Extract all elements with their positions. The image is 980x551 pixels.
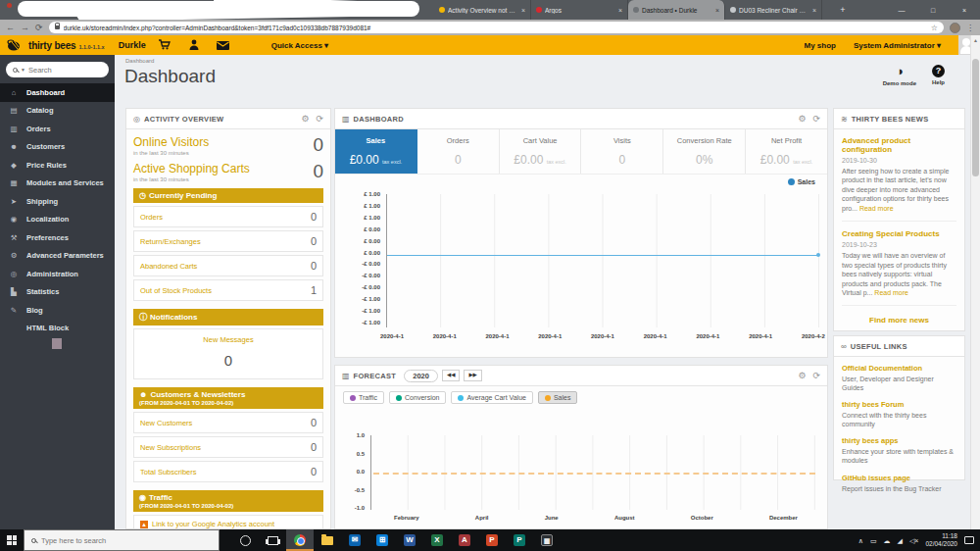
useful-link[interactable]: Official Documentation [842,364,956,373]
browser-tab[interactable]: Dashboard • Durkle × [628,0,725,20]
table-row[interactable]: New Customers 0 [133,412,323,433]
year-selector[interactable]: 2020 [404,370,438,382]
demo-mode-toggle[interactable]: ◑ Demo mode [883,64,916,86]
taskbar-search[interactable] [24,529,220,551]
new-messages-link[interactable]: New Messages [140,335,317,344]
url-text[interactable]: durkle.uk/storeadmin/index.php?controlle… [64,25,927,31]
tab-close-icon[interactable]: × [713,7,719,14]
tab-close-icon[interactable]: × [519,7,525,14]
table-row[interactable]: Abandoned Carts 0 [133,255,323,276]
stat-label[interactable]: Online Visitors [133,135,209,149]
sidebar-item[interactable]: ⌂ Dashboard [0,83,115,102]
action-center-icon[interactable] [964,536,974,544]
sidebar-item[interactable]: ▙ Statistics [0,283,115,302]
browser-profile-avatar[interactable] [950,23,960,33]
browser-tab[interactable]: DU03 Recliner Chair - Black × [725,0,822,20]
scroll-up-icon[interactable]: ▲ [971,37,980,43]
table-row[interactable]: Orders 0 [133,206,323,227]
chevron-down-icon[interactable]: ▼ [21,67,25,73]
sidebar-item[interactable]: ✎ Blog [0,301,115,320]
powerpoint-button[interactable]: P [478,529,506,551]
onedrive-cloud-icon[interactable]: ☁ [884,537,891,544]
sidebar-item[interactable]: ⚙ Advanced Parameters [0,247,115,266]
my-shop-link[interactable]: My shop [804,41,835,50]
taskbar-clock[interactable]: 11:18 02/04/2020 [925,532,957,548]
bookmark-star-icon[interactable]: ☆ [931,24,938,32]
refresh-icon[interactable]: ⟳ [812,114,820,124]
volume-muted-icon[interactable]: ◁× [909,537,918,544]
refresh-icon[interactable]: ⟳ [316,114,323,124]
back-icon[interactable]: ← [6,24,15,32]
legend-toggle-button[interactable]: Sales [538,391,578,404]
read-more-link[interactable]: Read more [874,289,908,296]
gear-icon[interactable]: ⚙ [798,114,806,124]
gear-icon[interactable]: ⚙ [798,371,806,380]
chart-legend[interactable]: Sales [788,178,815,185]
sidebar-item[interactable]: ☻ Customers [0,138,115,157]
useful-link[interactable]: GitHub issues page [842,474,956,482]
next-year-button[interactable]: ▶▶ [464,370,481,381]
word-button[interactable]: W [396,529,423,551]
sidebar-item[interactable]: ◎ Administration [0,265,115,283]
page-scrollbar[interactable]: ▲ [970,35,980,529]
google-analytics-row[interactable]: ▲ Link to your Google Analytics account [133,515,323,529]
legend-toggle-button[interactable]: Conversion [389,391,446,404]
mail-icon[interactable] [213,36,234,54]
row-label[interactable]: Orders [140,213,163,222]
sidebar-item[interactable]: HTML Block [0,320,115,338]
sidebar-item[interactable]: ◉ Localization [0,211,115,229]
stat-label[interactable]: Active Shopping Carts [133,162,250,175]
kpi-tile[interactable]: Cart Value £0.00 tax excl. [500,129,582,174]
browser-tab[interactable]: Argos × [531,0,628,20]
file-explorer-button[interactable] [314,529,341,551]
brand[interactable]: thirty bees 1.1.0-1.1.x [28,40,105,51]
browser-menu-icon[interactable]: ⋮ [966,24,974,32]
kpi-tile[interactable]: Orders 0 [417,129,500,174]
publisher-button[interactable]: P [506,529,533,551]
browser-tab[interactable]: Activity Overview not upda × [434,0,531,20]
row-label[interactable]: Out of Stock Products [140,286,212,295]
window-maximize-icon[interactable]: □ [917,0,949,20]
help-button[interactable]: ? Help [932,64,945,86]
tab-close-icon[interactable]: × [810,7,816,14]
useful-link[interactable]: thirty bees Forum [842,400,956,409]
sidebar-item[interactable]: ▤ Catalog [0,102,115,121]
tab-close-icon[interactable]: × [616,7,622,14]
sidebar-item[interactable]: ◆ Price Rules [0,156,115,175]
legend-toggle-button[interactable]: Average Cart Value [451,391,532,404]
calculator-button[interactable]: ▦ [533,529,561,551]
find-more-news-link[interactable]: Find more news [842,316,956,325]
sidebar-item[interactable]: ▦ Modules and Services [0,175,115,193]
outlook-button[interactable]: ✉ [341,529,368,551]
kpi-tile[interactable]: Visits 0 [581,129,663,174]
useful-link[interactable]: thirty bees apps [842,436,956,445]
window-close-icon[interactable]: × [949,0,980,20]
kpi-tile[interactable]: Conversion Rate 0% [663,129,746,174]
read-more-link[interactable]: Read more [859,205,894,212]
quick-access-menu[interactable]: Quick Access ▾ [271,41,328,50]
article-title-link[interactable]: Advanced product configuration [842,136,956,154]
start-button[interactable] [0,535,24,545]
window-minimize-icon[interactable]: — [886,0,917,20]
address-bar[interactable]: durkle.uk/storeadmin/index.php?controlle… [49,22,944,33]
wifi-icon[interactable]: ◢ [898,537,903,544]
row-label[interactable]: Total Subscribers [140,468,197,476]
row-label[interactable]: Abandoned Carts [140,262,197,271]
chrome-button[interactable] [286,529,314,551]
reload-icon[interactable]: ⟳ [35,24,43,32]
legend-toggle-button[interactable]: Traffic [343,391,384,404]
sidebar-item[interactable]: ⚒ Preferences [0,228,115,247]
sidebar-item[interactable]: ➤ Shipping [0,192,115,211]
tray-folder-icon[interactable]: ▭ [870,537,877,544]
shop-name[interactable]: Durkle [119,40,146,50]
scrollbar-thumb[interactable] [972,59,979,176]
forward-icon[interactable]: → [21,24,29,32]
table-row[interactable]: Return/Exchanges 0 [133,230,323,252]
previous-year-button[interactable]: ◀◀ [442,370,460,381]
taskbar-search-input[interactable] [41,536,212,545]
row-label[interactable]: New Customers [140,419,192,427]
task-view-button[interactable] [259,529,286,551]
cortana-button[interactable] [231,529,259,551]
kpi-tile[interactable]: Sales £0.00 tax excl. [335,129,417,174]
kpi-tile[interactable]: Net Profit £0.00 tax excl. [746,129,827,174]
